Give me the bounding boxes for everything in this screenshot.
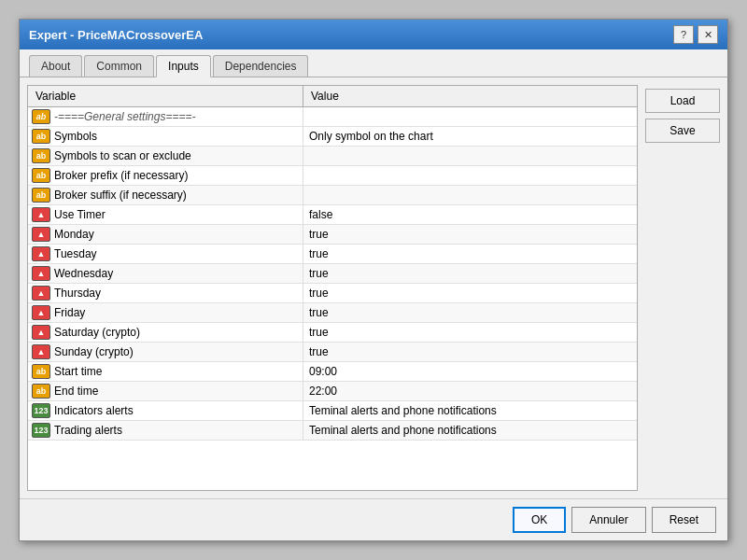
tab-about[interactable]: About <box>29 55 82 77</box>
cell-variable: ▲ Sunday (crypto) <box>28 343 303 361</box>
variable-value: true <box>309 287 329 300</box>
cell-variable: ▲ Use Timer <box>28 205 303 224</box>
cell-value <box>303 107 637 126</box>
footer: OK Annuler Reset <box>20 498 727 540</box>
cell-variable: ab Broker suffix (if necessary) <box>28 186 303 204</box>
cell-variable: ab Start time <box>28 362 303 381</box>
table-row[interactable]: ab Symbols Only symbol on the chart <box>28 127 637 147</box>
title-controls: ? ✕ <box>673 25 718 44</box>
cell-variable: ab Symbols <box>28 127 303 146</box>
variable-value: true <box>309 247 329 260</box>
type-badge: ab <box>32 129 50 144</box>
variable-value: true <box>309 228 329 241</box>
variable-name: Tuesday <box>54 247 97 260</box>
table-row[interactable]: 123 Indicators alerts Teminal alerts and… <box>28 401 637 421</box>
cell-variable: ab -====General settings====- <box>28 107 303 126</box>
content-area: Variable Value ab -====General settings=… <box>20 77 727 498</box>
table-row[interactable]: ▲ Thursday true <box>28 284 637 303</box>
annuler-button[interactable]: Annuler <box>571 507 645 533</box>
cell-variable: 123 Indicators alerts <box>28 401 303 420</box>
type-badge: ▲ <box>32 246 50 261</box>
cell-value: false <box>303 205 637 224</box>
variable-value: true <box>309 326 329 339</box>
type-badge: ab <box>32 109 50 124</box>
help-button[interactable]: ? <box>673 25 694 44</box>
table-header: Variable Value <box>28 86 637 107</box>
tab-common[interactable]: Common <box>84 55 154 77</box>
load-button[interactable]: Load <box>645 89 720 113</box>
ok-button[interactable]: OK <box>513 507 566 533</box>
table-scroll[interactable]: ab -====General settings====- ab Symbols… <box>28 107 637 490</box>
table-row[interactable]: ▲ Wednesday true <box>28 264 637 284</box>
cell-variable: ab End time <box>28 382 303 400</box>
cell-variable: ab Broker prefix (if necessary) <box>28 166 303 185</box>
cell-value <box>303 186 637 204</box>
type-badge: ▲ <box>32 207 50 222</box>
variables-table: Variable Value ab -====General settings=… <box>27 85 638 491</box>
variable-value: Teminal alerts and phone notifications <box>309 424 497 437</box>
variable-name: -====General settings====- <box>54 110 195 123</box>
cell-variable: ▲ Wednesday <box>28 264 303 283</box>
variable-name: Sunday (crypto) <box>54 345 134 358</box>
type-badge: ab <box>32 384 50 399</box>
type-badge: ab <box>32 168 50 183</box>
variable-value: false <box>309 208 332 221</box>
variable-name: Monday <box>54 228 94 241</box>
variable-name: Symbols <box>54 130 97 143</box>
close-button[interactable]: ✕ <box>698 25 718 44</box>
table-row[interactable]: ▲ Tuesday true <box>28 245 637 264</box>
cell-variable: ab Symbols to scan or exclude <box>28 147 303 165</box>
table-row[interactable]: ab Broker suffix (if necessary) <box>28 186 637 205</box>
type-badge: ▲ <box>32 325 50 340</box>
type-badge: 123 <box>32 423 50 438</box>
cell-value: true <box>303 323 637 342</box>
variable-name: Indicators alerts <box>54 404 134 417</box>
variable-name: Broker suffix (if necessary) <box>54 189 187 202</box>
type-badge: ▲ <box>32 305 50 320</box>
reset-button[interactable]: Reset <box>652 507 716 533</box>
table-row[interactable]: ab Start time 09:00 <box>28 362 637 382</box>
variable-name: Broker prefix (if necessary) <box>54 169 188 182</box>
table-row[interactable]: ▲ Use Timer false <box>28 205 637 225</box>
variable-value: Only symbol on the chart <box>309 130 433 143</box>
col-header-value: Value <box>303 86 637 106</box>
side-buttons: Load Save <box>645 85 720 491</box>
variable-value: true <box>309 267 329 280</box>
type-badge: ▲ <box>32 344 50 359</box>
tab-inputs[interactable]: Inputs <box>156 55 211 77</box>
table-row[interactable]: ▲ Monday true <box>28 225 637 245</box>
tab-dependencies[interactable]: Dependencies <box>213 55 309 77</box>
tab-bar: About Common Inputs Dependencies <box>20 49 727 77</box>
type-badge: 123 <box>32 403 50 418</box>
title-bar: Expert - PriceMACrossoverEA ? ✕ <box>20 20 727 49</box>
variable-name: Trading alerts <box>54 424 122 437</box>
type-badge: ab <box>32 188 50 203</box>
table-row[interactable]: ▲ Saturday (crypto) true <box>28 323 637 343</box>
table-row[interactable]: ab Broker prefix (if necessary) <box>28 166 637 186</box>
variable-value: 22:00 <box>309 385 337 398</box>
col-header-variable: Variable <box>28 86 303 106</box>
window-title: Expert - PriceMACrossoverEA <box>29 28 203 42</box>
save-button[interactable]: Save <box>645 119 720 143</box>
variable-value: 09:00 <box>309 365 337 378</box>
type-badge: ▲ <box>32 266 50 281</box>
cell-value: true <box>303 225 637 244</box>
cell-variable: ▲ Thursday <box>28 284 303 302</box>
cell-value: Teminal alerts and phone notifications <box>303 401 637 420</box>
type-badge: ▲ <box>32 286 50 301</box>
table-row[interactable]: ab Symbols to scan or exclude <box>28 147 637 166</box>
variable-value: true <box>309 306 329 319</box>
variable-value: true <box>309 345 329 358</box>
cell-variable: ▲ Friday <box>28 303 303 322</box>
table-row[interactable]: ab -====General settings====- <box>28 107 637 127</box>
table-row[interactable]: ab End time 22:00 <box>28 382 637 401</box>
main-window: Expert - PriceMACrossoverEA ? ✕ About Co… <box>19 19 728 541</box>
cell-variable: ▲ Monday <box>28 225 303 244</box>
variable-name: Thursday <box>54 287 101 300</box>
table-row[interactable]: ▲ Sunday (crypto) true <box>28 343 637 362</box>
cell-value: Teminal alerts and phone notifications <box>303 421 637 440</box>
table-row[interactable]: 123 Trading alerts Teminal alerts and ph… <box>28 421 637 441</box>
type-badge: ▲ <box>32 227 50 242</box>
table-row[interactable]: ▲ Friday true <box>28 303 637 323</box>
cell-value: 09:00 <box>303 362 637 381</box>
